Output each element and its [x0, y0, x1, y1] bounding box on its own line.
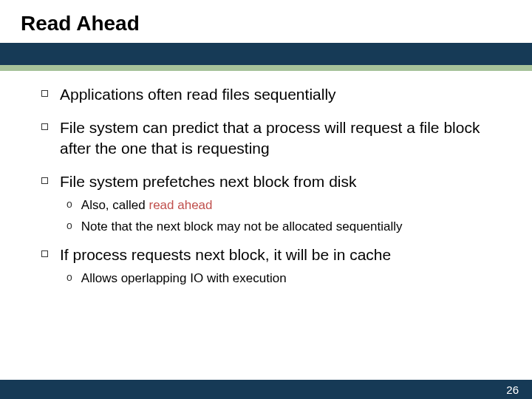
square-bullet-icon: [41, 90, 48, 97]
sub-bullet-item: o Note that the next block may not be al…: [66, 219, 507, 236]
footer-band: 26: [0, 380, 532, 399]
circle-bullet-icon: o: [66, 219, 72, 231]
bullet-item: File system prefetches next block from d…: [41, 171, 507, 191]
slide-title: Read Ahead: [21, 12, 511, 35]
square-bullet-icon: [41, 250, 48, 257]
bullet-item: Applications often read files sequential…: [41, 84, 507, 104]
sub-bullet-group: o Allows operlapping IO with execution: [66, 270, 507, 287]
header-band-dark: [0, 43, 532, 65]
sub-bullet-text: Also, called read ahead: [81, 197, 213, 214]
content-area: Applications often read files sequential…: [0, 71, 532, 287]
bullet-item: If process requests next block, it will …: [41, 245, 507, 265]
slide: Read Ahead Applications often read files…: [0, 0, 532, 399]
bullet-text: File system can predict that a process w…: [60, 117, 507, 158]
circle-bullet-icon: o: [66, 198, 72, 210]
title-area: Read Ahead: [0, 0, 532, 43]
sub-bullet-text-prefix: Also, called: [81, 198, 149, 212]
sub-bullet-group: o Also, called read ahead o Note that th…: [66, 197, 507, 236]
sub-bullet-item: o Allows operlapping IO with execution: [66, 270, 507, 287]
bullet-item: File system can predict that a process w…: [41, 117, 507, 158]
header-band-green: [0, 65, 532, 71]
highlight-text: read ahead: [149, 198, 212, 212]
square-bullet-icon: [41, 177, 48, 184]
square-bullet-icon: [41, 123, 48, 130]
bullet-text: File system prefetches next block from d…: [60, 171, 356, 191]
sub-bullet-text: Allows operlapping IO with execution: [81, 270, 287, 287]
sub-bullet-item: o Also, called read ahead: [66, 197, 507, 214]
bullet-text: If process requests next block, it will …: [60, 245, 391, 265]
circle-bullet-icon: o: [66, 271, 72, 283]
sub-bullet-text: Note that the next block may not be allo…: [81, 219, 403, 236]
page-number: 26: [506, 383, 519, 396]
bullet-text: Applications often read files sequential…: [60, 84, 336, 104]
